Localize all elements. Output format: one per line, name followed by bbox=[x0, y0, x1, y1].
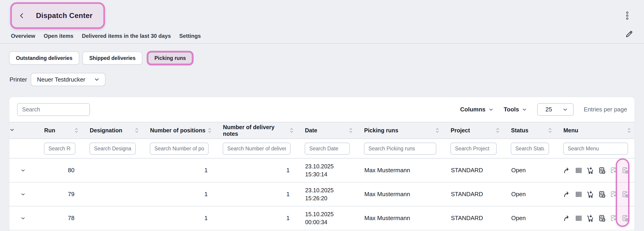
table-row: 80 1 1 23.10.2025 15:30:14 Max Musterman… bbox=[9, 158, 635, 182]
page-size-select[interactable]: 25 bbox=[537, 103, 574, 116]
edit-button[interactable] bbox=[624, 29, 634, 39]
tools-label: Tools bbox=[504, 106, 519, 113]
forward-action-button[interactable] bbox=[563, 190, 571, 199]
cell-date: 15.10.2025 00:00:34 bbox=[298, 206, 356, 230]
row-actions bbox=[563, 190, 635, 199]
receipt-download-icon bbox=[610, 214, 617, 222]
checklist-remove-icon bbox=[598, 166, 606, 174]
chevron-down-icon bbox=[562, 106, 568, 112]
sort-icon bbox=[75, 127, 78, 134]
column-header-menu[interactable]: Menu bbox=[556, 122, 635, 139]
column-header-run[interactable]: Run bbox=[37, 122, 82, 139]
forward-arrow-icon bbox=[563, 190, 571, 198]
column-header-project[interactable]: Project bbox=[443, 122, 504, 139]
kebab-dot-icon bbox=[626, 18, 628, 20]
receipt-download-icon bbox=[610, 190, 617, 198]
tab-settings[interactable]: Settings bbox=[179, 32, 201, 40]
column-header-status[interactable]: Status bbox=[504, 122, 556, 139]
tools-dropdown-button[interactable]: Tools bbox=[504, 106, 527, 113]
cell-designation bbox=[82, 182, 142, 206]
cell-date: 23.10.2025 15:26:20 bbox=[298, 182, 356, 206]
chevron-down-icon bbox=[488, 107, 494, 112]
sort-icon bbox=[290, 127, 293, 134]
filter-delivery-notes-input[interactable] bbox=[223, 142, 290, 155]
printer-select-value: Neuer Testdrucker bbox=[37, 76, 86, 83]
filter-project-input[interactable] bbox=[450, 142, 497, 155]
cart-download-icon bbox=[586, 166, 594, 174]
outstanding-deliveries-button[interactable]: Outstanding deliveries bbox=[9, 52, 79, 65]
receipt-download-action-button[interactable] bbox=[609, 166, 618, 175]
filter-status-input[interactable] bbox=[511, 142, 549, 155]
date-value: 15.10.2025 bbox=[305, 210, 356, 218]
picking-runs-table-card: Columns Tools 25 Entries per page bbox=[9, 97, 635, 231]
picking-runs-button[interactable]: Picking runs bbox=[148, 52, 192, 64]
columns-dropdown-button[interactable]: Columns bbox=[460, 106, 494, 113]
barcode-action-button[interactable] bbox=[574, 166, 583, 175]
printer-label: Printer bbox=[10, 76, 27, 83]
cart-download-action-button[interactable] bbox=[586, 214, 594, 222]
shipped-deliveries-button[interactable]: Shipped deliveries bbox=[82, 52, 142, 65]
filter-run-input[interactable] bbox=[44, 142, 76, 155]
receipt-print-action-button[interactable] bbox=[621, 166, 630, 175]
barcode-icon bbox=[575, 166, 582, 174]
expand-all-header[interactable] bbox=[9, 122, 37, 139]
receipt-download-action-button[interactable] bbox=[609, 214, 618, 222]
forward-action-button[interactable] bbox=[563, 214, 571, 222]
receipt-print-action-button[interactable] bbox=[621, 190, 630, 199]
picking-runs-table: Run Designation Number of positions Numb… bbox=[9, 122, 635, 230]
expand-row-button[interactable] bbox=[18, 190, 28, 199]
tab-delivered-items[interactable]: Delivered items in the last 30 days bbox=[82, 32, 171, 40]
expand-row-button[interactable] bbox=[18, 214, 28, 223]
cell-status: Open bbox=[504, 182, 556, 206]
view-switcher: Outstanding deliveries Shipped deliverie… bbox=[9, 51, 195, 65]
annotation-title-highlight: Dispatch Center bbox=[10, 2, 105, 29]
header-divider bbox=[0, 43, 644, 44]
column-header-date[interactable]: Date bbox=[298, 122, 356, 139]
expand-row-button[interactable] bbox=[18, 166, 28, 175]
filter-empty-cell bbox=[9, 139, 37, 158]
barcode-icon bbox=[575, 214, 582, 222]
cart-download-icon bbox=[586, 214, 594, 222]
checklist-remove-action-button[interactable] bbox=[598, 166, 606, 175]
tab-open-items[interactable]: Open items bbox=[44, 32, 74, 40]
cart-download-icon bbox=[586, 190, 594, 198]
cell-picking-runs: Max Mustermann bbox=[356, 182, 443, 206]
sort-icon bbox=[548, 127, 552, 134]
filter-date-input[interactable] bbox=[305, 142, 350, 155]
cell-delivery-notes: 1 bbox=[216, 182, 298, 206]
search-input[interactable] bbox=[17, 103, 90, 116]
cell-project: STANDARD bbox=[443, 158, 504, 182]
column-header-picking-runs[interactable]: Picking runs bbox=[356, 122, 443, 139]
sort-icon bbox=[135, 127, 138, 134]
page-title: Dispatch Center bbox=[36, 12, 92, 20]
checklist-remove-action-button[interactable] bbox=[598, 214, 606, 222]
printer-select[interactable]: Neuer Testdrucker bbox=[31, 73, 106, 86]
filter-designation-input[interactable] bbox=[90, 142, 136, 155]
back-button[interactable] bbox=[17, 11, 27, 21]
column-header-delivery-notes[interactable]: Number of delivery notes bbox=[216, 122, 298, 139]
cell-designation bbox=[82, 158, 142, 182]
barcode-action-button[interactable] bbox=[574, 214, 583, 222]
column-header-positions[interactable]: Number of positions bbox=[142, 122, 216, 139]
cell-project: STANDARD bbox=[443, 182, 504, 206]
filter-picking-runs-input[interactable] bbox=[364, 142, 436, 155]
receipt-print-action-button[interactable] bbox=[621, 214, 630, 222]
cell-picking-runs: Max Mustermann bbox=[356, 158, 443, 182]
kebab-menu-button[interactable] bbox=[624, 10, 630, 21]
columns-label: Columns bbox=[460, 106, 486, 113]
checklist-remove-icon bbox=[598, 214, 606, 222]
filter-menu-input[interactable] bbox=[563, 142, 628, 155]
receipt-download-action-button[interactable] bbox=[609, 190, 618, 199]
cell-picking-runs: Max Mustermann bbox=[356, 206, 443, 230]
filter-positions-input[interactable] bbox=[150, 142, 208, 155]
forward-action-button[interactable] bbox=[563, 166, 571, 175]
column-header-designation[interactable]: Designation bbox=[82, 122, 142, 139]
barcode-action-button[interactable] bbox=[574, 190, 583, 199]
cell-delivery-notes: 1 bbox=[216, 158, 298, 182]
cart-download-action-button[interactable] bbox=[586, 190, 594, 199]
tab-overview[interactable]: Overview bbox=[11, 32, 35, 40]
table-toolbar-right: Columns Tools 25 Entries per page bbox=[460, 103, 627, 116]
cart-download-action-button[interactable] bbox=[586, 166, 594, 175]
checklist-remove-action-button[interactable] bbox=[598, 190, 606, 199]
page-size-value: 25 bbox=[546, 106, 552, 113]
